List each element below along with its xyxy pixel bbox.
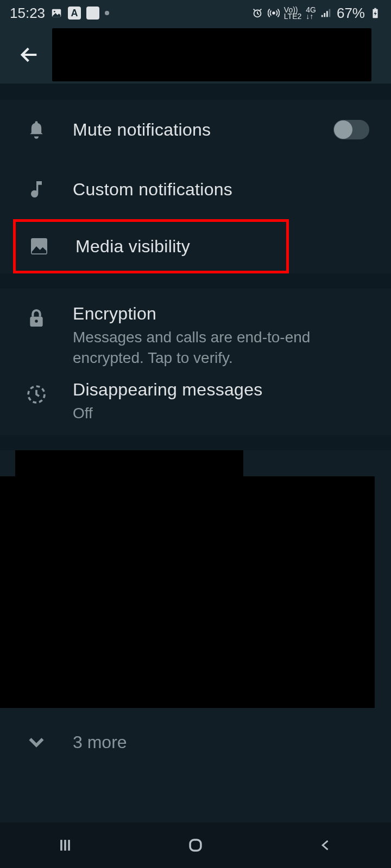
- nav-back-button[interactable]: [293, 832, 358, 859]
- volte-indicator: Vo))LTE2: [284, 7, 301, 20]
- bell-icon: [24, 117, 49, 142]
- nav-home-button[interactable]: [163, 832, 228, 859]
- nav-recents-button[interactable]: [33, 832, 98, 859]
- media-thumbnails-redacted[interactable]: [0, 476, 375, 708]
- 4g-indicator: 4G↓↑: [306, 7, 316, 20]
- section-gap-2: [0, 273, 391, 289]
- encryption-row[interactable]: Encryption Messages and calls are end-to…: [0, 289, 391, 370]
- nav-bar: [0, 822, 391, 868]
- privacy-section: Encryption Messages and calls are end-to…: [0, 289, 391, 435]
- notification-section: Mute notifications Custom notifications …: [0, 100, 391, 273]
- custom-label: Custom notifications: [73, 180, 369, 200]
- section-gap-3: [0, 435, 391, 450]
- mute-label: Mute notifications: [73, 120, 333, 140]
- app-bar: [0, 26, 391, 84]
- image-icon: [27, 234, 52, 259]
- svg-rect-9: [374, 8, 376, 9]
- app-notification-icon-2: [86, 7, 99, 20]
- timer-icon: [24, 382, 49, 407]
- more-row[interactable]: 3 more: [0, 709, 391, 776]
- encryption-label: Encryption: [73, 304, 369, 324]
- status-bar: 15:23 A Vo))LTE2 4G↓↑ 67%: [0, 0, 391, 26]
- signal-icon: [320, 7, 332, 19]
- media-section: [0, 450, 391, 709]
- disappearing-label: Disappearing messages: [73, 380, 369, 400]
- mute-notifications-row[interactable]: Mute notifications: [0, 100, 391, 159]
- svg-point-1: [54, 11, 55, 12]
- svg-rect-17: [190, 840, 201, 851]
- section-gap: [0, 84, 391, 100]
- mute-toggle[interactable]: [333, 120, 369, 139]
- app-notification-icon-1: A: [68, 7, 81, 20]
- battery-charging-icon: [369, 7, 381, 19]
- lock-icon: [24, 306, 49, 331]
- media-section-header-redacted: [15, 450, 243, 476]
- contact-name-redacted: [52, 28, 371, 81]
- more-label: 3 more: [73, 732, 391, 752]
- media-label: Media visibility: [75, 237, 264, 257]
- alarm-icon: [251, 7, 263, 19]
- svg-rect-6: [326, 11, 328, 17]
- disappearing-value: Off: [73, 403, 369, 424]
- more-notifications-dot: [105, 11, 109, 15]
- svg-rect-5: [324, 13, 325, 17]
- chevron-down-icon: [24, 730, 49, 755]
- custom-notifications-row[interactable]: Custom notifications: [0, 159, 391, 219]
- battery-text: 67%: [337, 5, 365, 22]
- image-notification-icon: [51, 7, 62, 19]
- svg-rect-4: [321, 15, 323, 17]
- disappearing-row[interactable]: Disappearing messages Off: [0, 370, 391, 435]
- music-note-icon: [24, 177, 49, 202]
- back-button[interactable]: [16, 42, 42, 68]
- svg-point-3: [273, 12, 275, 14]
- media-visibility-row[interactable]: Media visibility: [13, 219, 289, 273]
- status-time: 15:23: [10, 5, 45, 22]
- hotspot-icon: [268, 7, 280, 19]
- svg-point-12: [35, 320, 37, 322]
- svg-rect-7: [329, 9, 331, 17]
- encryption-desc: Messages and calls are end-to-end encryp…: [73, 327, 333, 368]
